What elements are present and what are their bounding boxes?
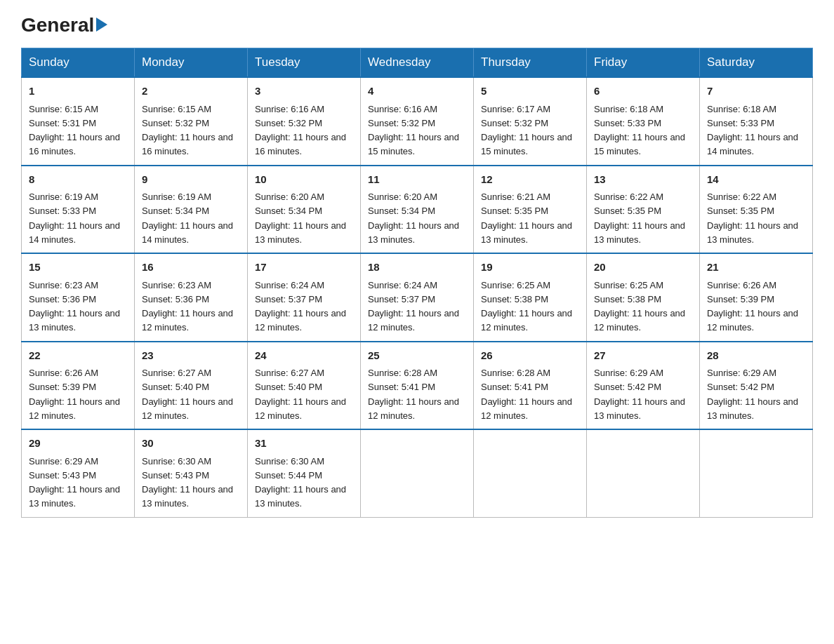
day-number: 3	[255, 83, 353, 100]
calendar-cell	[474, 429, 587, 517]
day-info: Sunrise: 6:27 AMSunset: 5:40 PMDaylight:…	[142, 368, 233, 421]
logo-general: General	[21, 14, 94, 36]
day-number: 29	[29, 436, 127, 452]
day-info: Sunrise: 6:16 AMSunset: 5:32 PMDaylight:…	[368, 104, 459, 157]
day-info: Sunrise: 6:29 AMSunset: 5:42 PMDaylight:…	[594, 368, 685, 421]
calendar-cell: 26 Sunrise: 6:28 AMSunset: 5:41 PMDaylig…	[474, 342, 587, 430]
calendar-cell: 6 Sunrise: 6:18 AMSunset: 5:33 PMDayligh…	[587, 77, 700, 166]
day-number: 27	[594, 348, 692, 364]
day-info: Sunrise: 6:27 AMSunset: 5:40 PMDaylight:…	[255, 368, 346, 421]
day-info: Sunrise: 6:25 AMSunset: 5:38 PMDaylight:…	[594, 280, 685, 333]
header-cell-monday: Monday	[135, 48, 248, 78]
day-number: 14	[707, 172, 805, 188]
header-cell-thursday: Thursday	[474, 48, 587, 78]
calendar-cell	[587, 429, 700, 517]
header-cell-friday: Friday	[587, 48, 700, 78]
day-number: 30	[142, 436, 240, 452]
day-info: Sunrise: 6:23 AMSunset: 5:36 PMDaylight:…	[142, 280, 233, 333]
calendar-cell: 18 Sunrise: 6:24 AMSunset: 5:37 PMDaylig…	[361, 253, 474, 342]
day-number: 24	[255, 348, 353, 364]
day-info: Sunrise: 6:30 AMSunset: 5:44 PMDaylight:…	[255, 456, 346, 509]
logo: General	[21, 14, 107, 34]
week-row-5: 29 Sunrise: 6:29 AMSunset: 5:43 PMDaylig…	[22, 429, 813, 517]
calendar-cell: 14 Sunrise: 6:22 AMSunset: 5:35 PMDaylig…	[700, 166, 813, 254]
day-number: 9	[142, 172, 240, 188]
day-info: Sunrise: 6:15 AMSunset: 5:31 PMDaylight:…	[29, 104, 120, 157]
day-number: 12	[481, 172, 579, 188]
week-row-3: 15 Sunrise: 6:23 AMSunset: 5:36 PMDaylig…	[22, 253, 813, 342]
calendar-cell: 25 Sunrise: 6:28 AMSunset: 5:41 PMDaylig…	[361, 342, 474, 430]
header-cell-sunday: Sunday	[22, 48, 135, 78]
calendar-table: SundayMondayTuesdayWednesdayThursdayFrid…	[21, 48, 813, 518]
day-number: 19	[481, 260, 579, 276]
day-number: 5	[481, 83, 579, 100]
day-info: Sunrise: 6:23 AMSunset: 5:36 PMDaylight:…	[29, 280, 120, 333]
page-header: General	[21, 14, 813, 34]
day-number: 2	[142, 83, 240, 100]
day-number: 20	[594, 260, 692, 276]
day-number: 1	[29, 83, 127, 100]
day-number: 25	[368, 348, 466, 364]
day-info: Sunrise: 6:20 AMSunset: 5:34 PMDaylight:…	[255, 192, 346, 245]
calendar-body: 1 Sunrise: 6:15 AMSunset: 5:31 PMDayligh…	[22, 77, 813, 517]
calendar-cell: 29 Sunrise: 6:29 AMSunset: 5:43 PMDaylig…	[22, 429, 135, 517]
day-info: Sunrise: 6:28 AMSunset: 5:41 PMDaylight:…	[368, 368, 459, 421]
day-info: Sunrise: 6:29 AMSunset: 5:42 PMDaylight:…	[707, 368, 798, 421]
calendar-cell: 9 Sunrise: 6:19 AMSunset: 5:34 PMDayligh…	[135, 166, 248, 254]
calendar-cell: 27 Sunrise: 6:29 AMSunset: 5:42 PMDaylig…	[587, 342, 700, 430]
calendar-cell: 17 Sunrise: 6:24 AMSunset: 5:37 PMDaylig…	[248, 253, 361, 342]
day-info: Sunrise: 6:25 AMSunset: 5:38 PMDaylight:…	[481, 280, 572, 333]
calendar-cell: 4 Sunrise: 6:16 AMSunset: 5:32 PMDayligh…	[361, 77, 474, 166]
day-info: Sunrise: 6:24 AMSunset: 5:37 PMDaylight:…	[255, 280, 346, 333]
calendar-cell	[361, 429, 474, 517]
calendar-cell: 31 Sunrise: 6:30 AMSunset: 5:44 PMDaylig…	[248, 429, 361, 517]
day-info: Sunrise: 6:19 AMSunset: 5:33 PMDaylight:…	[29, 192, 120, 245]
calendar-cell: 28 Sunrise: 6:29 AMSunset: 5:42 PMDaylig…	[700, 342, 813, 430]
day-info: Sunrise: 6:24 AMSunset: 5:37 PMDaylight:…	[368, 280, 459, 333]
calendar-cell: 13 Sunrise: 6:22 AMSunset: 5:35 PMDaylig…	[587, 166, 700, 254]
day-number: 31	[255, 436, 353, 452]
day-info: Sunrise: 6:18 AMSunset: 5:33 PMDaylight:…	[707, 104, 798, 157]
calendar-cell: 24 Sunrise: 6:27 AMSunset: 5:40 PMDaylig…	[248, 342, 361, 430]
header-row: SundayMondayTuesdayWednesdayThursdayFrid…	[22, 48, 813, 78]
calendar-cell: 30 Sunrise: 6:30 AMSunset: 5:43 PMDaylig…	[135, 429, 248, 517]
header-cell-wednesday: Wednesday	[361, 48, 474, 78]
day-info: Sunrise: 6:19 AMSunset: 5:34 PMDaylight:…	[142, 192, 233, 245]
day-info: Sunrise: 6:30 AMSunset: 5:43 PMDaylight:…	[142, 456, 233, 509]
day-number: 11	[368, 172, 466, 188]
day-number: 6	[594, 83, 692, 100]
header-cell-saturday: Saturday	[700, 48, 813, 78]
day-number: 7	[707, 83, 805, 100]
calendar-cell: 22 Sunrise: 6:26 AMSunset: 5:39 PMDaylig…	[22, 342, 135, 430]
day-info: Sunrise: 6:26 AMSunset: 5:39 PMDaylight:…	[707, 280, 798, 333]
calendar-cell: 1 Sunrise: 6:15 AMSunset: 5:31 PMDayligh…	[22, 77, 135, 166]
calendar-cell: 20 Sunrise: 6:25 AMSunset: 5:38 PMDaylig…	[587, 253, 700, 342]
day-number: 13	[594, 172, 692, 188]
day-info: Sunrise: 6:16 AMSunset: 5:32 PMDaylight:…	[255, 104, 346, 157]
header-cell-tuesday: Tuesday	[248, 48, 361, 78]
day-info: Sunrise: 6:15 AMSunset: 5:32 PMDaylight:…	[142, 104, 233, 157]
calendar-cell: 10 Sunrise: 6:20 AMSunset: 5:34 PMDaylig…	[248, 166, 361, 254]
day-number: 4	[368, 83, 466, 100]
day-info: Sunrise: 6:28 AMSunset: 5:41 PMDaylight:…	[481, 368, 572, 421]
calendar-cell: 7 Sunrise: 6:18 AMSunset: 5:33 PMDayligh…	[700, 77, 813, 166]
calendar-cell: 5 Sunrise: 6:17 AMSunset: 5:32 PMDayligh…	[474, 77, 587, 166]
day-info: Sunrise: 6:22 AMSunset: 5:35 PMDaylight:…	[594, 192, 685, 245]
day-info: Sunrise: 6:20 AMSunset: 5:34 PMDaylight:…	[368, 192, 459, 245]
day-info: Sunrise: 6:21 AMSunset: 5:35 PMDaylight:…	[481, 192, 572, 245]
day-number: 15	[29, 260, 127, 276]
calendar-cell: 23 Sunrise: 6:27 AMSunset: 5:40 PMDaylig…	[135, 342, 248, 430]
day-number: 17	[255, 260, 353, 276]
day-number: 8	[29, 172, 127, 188]
week-row-4: 22 Sunrise: 6:26 AMSunset: 5:39 PMDaylig…	[22, 342, 813, 430]
calendar-cell	[700, 429, 813, 517]
logo-flag	[96, 18, 107, 32]
day-number: 28	[707, 348, 805, 364]
calendar-cell: 3 Sunrise: 6:16 AMSunset: 5:32 PMDayligh…	[248, 77, 361, 166]
day-info: Sunrise: 6:18 AMSunset: 5:33 PMDaylight:…	[594, 104, 685, 157]
calendar-cell: 16 Sunrise: 6:23 AMSunset: 5:36 PMDaylig…	[135, 253, 248, 342]
day-number: 18	[368, 260, 466, 276]
calendar-cell: 19 Sunrise: 6:25 AMSunset: 5:38 PMDaylig…	[474, 253, 587, 342]
week-row-1: 1 Sunrise: 6:15 AMSunset: 5:31 PMDayligh…	[22, 77, 813, 166]
day-number: 10	[255, 172, 353, 188]
